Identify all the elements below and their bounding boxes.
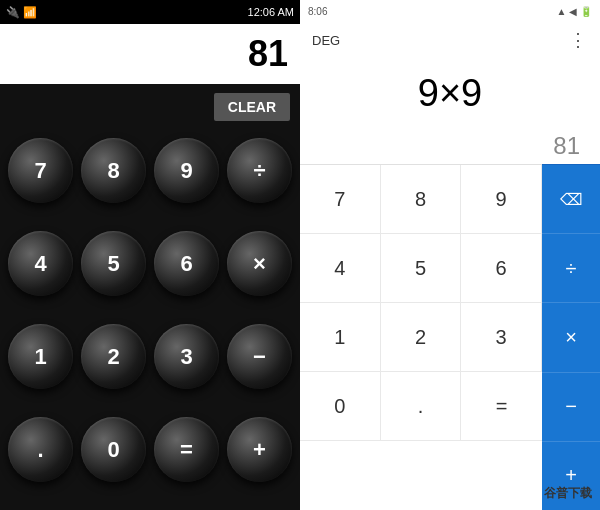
left-keypad: 789÷456×123−.0=+ xyxy=(0,130,300,510)
left-key-6[interactable]: 6 xyxy=(154,231,219,296)
right-key-r9[interactable]: 9 xyxy=(461,165,542,234)
right-expression: 9×9 xyxy=(300,58,600,128)
left-time: 12:06 AM xyxy=(248,6,294,18)
watermark: 谷普下载 xyxy=(544,485,592,502)
right-key-r2[interactable]: 2 xyxy=(381,303,462,372)
right-key-r4[interactable]: 4 xyxy=(300,234,381,303)
left-key-2[interactable]: 2 xyxy=(81,324,146,389)
left-key-9[interactable]: 9 xyxy=(154,138,219,203)
right-side-op-back[interactable]: ⌫ xyxy=(542,165,600,234)
right-key-r1[interactable]: 1 xyxy=(300,303,381,372)
left-clear-row: CLEAR xyxy=(0,84,300,130)
right-status-bar: 8:06 ▲ ◀ 🔋 xyxy=(300,0,600,22)
right-key-r7[interactable]: 7 xyxy=(300,165,381,234)
left-key-5[interactable]: 5 xyxy=(81,231,146,296)
left-key-sub[interactable]: − xyxy=(227,324,292,389)
deg-label: DEG xyxy=(312,33,340,48)
right-keypad-area: 7894561230.= ⌫÷×−+ xyxy=(300,164,600,510)
signal-icons: 📶 xyxy=(23,6,37,19)
right-result: 81 xyxy=(300,128,600,164)
left-display: 81 xyxy=(0,24,300,84)
left-key-add[interactable]: + xyxy=(227,417,292,482)
clear-button[interactable]: CLEAR xyxy=(214,93,290,121)
left-key-8[interactable]: 8 xyxy=(81,138,146,203)
left-key-1[interactable]: 1 xyxy=(8,324,73,389)
left-key-mul[interactable]: × xyxy=(227,231,292,296)
right-key-r3[interactable]: 3 xyxy=(461,303,542,372)
left-key-4[interactable]: 4 xyxy=(8,231,73,296)
left-key-div[interactable]: ÷ xyxy=(227,138,292,203)
left-key-dot[interactable]: . xyxy=(8,417,73,482)
right-side-ops: ⌫÷×−+ xyxy=(542,164,600,510)
right-key-r8[interactable]: 8 xyxy=(381,165,462,234)
left-key-7[interactable]: 7 xyxy=(8,138,73,203)
right-main-keypad: 7894561230.= xyxy=(300,164,542,510)
right-status-icons: ▲ ◀ 🔋 xyxy=(557,6,592,17)
right-key-r6[interactable]: 6 xyxy=(461,234,542,303)
right-side-op-rmul[interactable]: × xyxy=(542,303,600,372)
right-key-r5[interactable]: 5 xyxy=(381,234,462,303)
right-result-value: 81 xyxy=(553,132,580,160)
right-top-bar: DEG ⋮ xyxy=(300,22,600,58)
right-key-rdot[interactable]: . xyxy=(381,372,462,441)
left-key-3[interactable]: 3 xyxy=(154,324,219,389)
left-status-icons: 🔌 📶 xyxy=(6,6,37,19)
right-battery-icon: ▲ ◀ 🔋 xyxy=(557,6,592,17)
left-key-eq[interactable]: = xyxy=(154,417,219,482)
left-status-bar: 🔌 📶 12:06 AM xyxy=(0,0,300,24)
right-key-r0[interactable]: 0 xyxy=(300,372,381,441)
left-display-value: 81 xyxy=(248,33,288,75)
right-key-req[interactable]: = xyxy=(461,372,542,441)
right-time: 8:06 xyxy=(308,6,327,17)
usb-icon: 🔌 xyxy=(6,6,20,19)
right-calculator: 8:06 ▲ ◀ 🔋 DEG ⋮ 9×9 81 7894561230.= ⌫÷×… xyxy=(300,0,600,510)
right-side-op-rdiv[interactable]: ÷ xyxy=(542,234,600,303)
left-key-0[interactable]: 0 xyxy=(81,417,146,482)
menu-button[interactable]: ⋮ xyxy=(569,29,588,51)
left-calculator: 🔌 📶 12:06 AM 81 CLEAR 789÷456×123−.0=+ xyxy=(0,0,300,510)
right-expr-value: 9×9 xyxy=(418,72,482,115)
right-side-op-rsub[interactable]: − xyxy=(542,373,600,442)
